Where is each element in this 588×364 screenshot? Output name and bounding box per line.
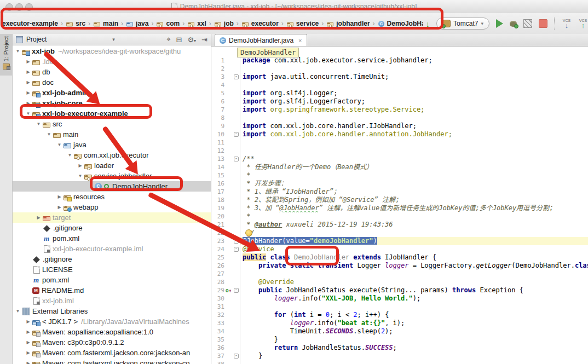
run-configuration-select[interactable]: Tomcat7 ▾ xyxy=(436,18,489,30)
tree-item-README.md[interactable]: MREADME.md xyxy=(13,285,211,296)
fold-marker-icon[interactable]: - xyxy=(234,157,239,161)
code-line-10: 10-import com.xxl.job.core.handler.annot… xyxy=(211,130,588,138)
code-line-3: 3-import java.util.concurrent.TimeUnit; xyxy=(211,73,588,81)
line-number: 10 xyxy=(211,130,224,138)
tree-item-xxl-job.iml[interactable]: xxl-job.iml xyxy=(13,296,211,306)
tree-item-.idea[interactable]: ▶.idea xyxy=(13,56,211,67)
chevron-down-icon[interactable]: ▾ xyxy=(112,37,115,42)
tree-item-path: ~/workspaces/idea-git-workspace/githu xyxy=(58,47,181,55)
collapsed-arrow-icon[interactable]: ▶ xyxy=(25,340,31,345)
tree-item-Maven-aopalliance-aopalliance-1.0[interactable]: ▶Maven: aopalliance:aopalliance:1.0 xyxy=(13,327,211,337)
fold-marker-icon[interactable]: - xyxy=(234,247,239,252)
expanded-arrow-icon[interactable]: ▼ xyxy=(67,153,73,158)
code-line-30: 30 logger.info("XXL-JOB, Hello World."); xyxy=(211,294,588,303)
locate-icon[interactable]: ⌖ xyxy=(166,35,170,44)
collapsed-arrow-icon[interactable]: ▶ xyxy=(77,163,83,168)
tree-item-xxl-job-admin[interactable]: ▶xxl-job-admin xyxy=(13,88,211,98)
folder-icon xyxy=(43,123,50,128)
collapsed-arrow-icon[interactable]: ▶ xyxy=(56,194,62,199)
tree-item-label: pom.xml xyxy=(42,276,69,284)
tree-item-LICENSE[interactable]: LICENSE xyxy=(13,264,211,275)
fold-marker-icon[interactable]: - xyxy=(234,354,239,359)
tree-item-label: Maven: com.fasterxml.jackson.core:jackso… xyxy=(42,349,190,357)
tree-item-Maven-c3p0-c3p0-0.9.1.2[interactable]: ▶Maven: c3p0:c3p0:0.9.1.2 xyxy=(13,337,211,348)
tree-item-label: db xyxy=(42,68,50,76)
debug-button[interactable] xyxy=(510,21,517,27)
vcs-update-button[interactable]: VCS ↓ xyxy=(562,19,572,29)
code-text: * 2、装配到Spring，例如加 “@Service” 注解； xyxy=(240,196,588,204)
override-method-icon[interactable]: o↑ xyxy=(226,287,232,293)
tree-item-src[interactable]: ▼src xyxy=(13,119,211,129)
code-area[interactable]: 1package com.xxl.job.executor.service.jo… xyxy=(211,56,588,364)
code-text: * 1、继承 “IJobHandler”； xyxy=(240,188,588,196)
package-icon xyxy=(84,164,92,169)
expanded-arrow-icon[interactable]: ▼ xyxy=(46,132,52,137)
gear-icon[interactable]: ⚙▾ xyxy=(187,36,196,44)
tree-item-label: .gitignore xyxy=(53,224,82,232)
collapsed-arrow-icon[interactable]: ▶ xyxy=(25,59,31,64)
tree-item-label: .gitignore xyxy=(43,255,72,263)
tree-item-pom.xml[interactable]: mpom.xml xyxy=(13,275,211,285)
collapsed-arrow-icon[interactable]: ▶ xyxy=(36,215,42,220)
line-number: 38 xyxy=(211,360,224,364)
collapsed-arrow-icon[interactable]: ▶ xyxy=(25,90,31,95)
collapsed-arrow-icon[interactable]: ▶ xyxy=(25,70,31,74)
editor-tab[interactable]: C DemoJobHandler.java × xyxy=(215,34,307,46)
close-icon[interactable]: × xyxy=(298,37,302,44)
fold-marker-icon[interactable]: - xyxy=(234,288,239,293)
code-line-17: 17 * 1、继承 “IJobHandler”； xyxy=(211,188,588,196)
tree-item-db[interactable]: ▶db xyxy=(13,67,211,77)
tree-item-Maven-com.fasterxml.jackson.core-jackson-an[interactable]: ▶Maven: com.fasterxml.jackson.core:jacks… xyxy=(13,348,211,358)
expanded-arrow-icon[interactable]: ▼ xyxy=(15,49,21,54)
tree-item-target[interactable]: ▶target xyxy=(13,212,211,223)
tree-item-External-Libraries[interactable]: ▼External Libraries xyxy=(13,306,211,316)
code-text: */ xyxy=(240,229,588,237)
collapsed-arrow-icon[interactable]: ▶ xyxy=(25,80,31,85)
code-line-31: 31 xyxy=(211,303,588,311)
project-tool-window-tab[interactable]: 1: Project xyxy=(0,34,12,76)
iml-icon xyxy=(44,245,50,253)
editor-tab-bar: C DemoJobHandler.java × xyxy=(211,34,588,47)
tree-item-pom.xml[interactable]: mpom.xml xyxy=(13,233,211,244)
folder-blue-icon xyxy=(64,143,71,148)
collapsed-arrow-icon[interactable]: ▶ xyxy=(25,361,31,364)
collapsed-arrow-icon[interactable]: ▶ xyxy=(56,205,62,210)
fold-marker-icon[interactable]: - xyxy=(234,74,239,79)
line-number: 12 xyxy=(211,147,224,155)
collapsed-arrow-icon[interactable]: ▶ xyxy=(25,350,31,355)
tree-item-.gitignore[interactable]: .gitignore xyxy=(13,254,211,264)
tree-item-com.xxl.job.executor[interactable]: ▼com.xxl.job.executor xyxy=(13,150,211,160)
line-number: 18 xyxy=(211,196,224,204)
collapsed-arrow-icon[interactable]: ▶ xyxy=(25,319,31,324)
code-line-12: 12 xyxy=(211,147,588,155)
collapsed-arrow-icon[interactable]: ▶ xyxy=(25,330,31,334)
tree-item-label: java xyxy=(73,141,87,149)
coverage-button[interactable] xyxy=(523,19,532,28)
project-panel-title: Project xyxy=(26,36,47,43)
code-text: logger.info("beat at:{}", i); xyxy=(240,319,588,327)
code-line-8: 8 xyxy=(211,114,588,122)
tree-item-resources[interactable]: ▶resources xyxy=(13,192,211,202)
expanded-arrow-icon[interactable]: ▼ xyxy=(77,174,83,178)
fold-marker-icon[interactable]: - xyxy=(234,132,239,137)
code-text xyxy=(240,270,588,278)
expanded-arrow-icon[interactable]: ▼ xyxy=(15,309,21,314)
collapse-all-icon[interactable]: ⊟ xyxy=(176,36,182,44)
tree-item-.gitignore[interactable]: .gitignore xyxy=(13,223,211,233)
run-button[interactable] xyxy=(496,19,503,28)
tree-item-doc[interactable]: ▶doc xyxy=(13,77,211,88)
code-text xyxy=(240,114,588,122)
expanded-arrow-icon[interactable]: ▼ xyxy=(56,142,62,147)
intention-bulb-icon[interactable] xyxy=(245,229,252,236)
tree-item-loader[interactable]: ▶loader xyxy=(13,160,211,171)
vcs-commit-button[interactable]: VCS ↑ xyxy=(578,19,588,29)
tree-item-xxl-job[interactable]: ▼xxl-job~/workspaces/idea-git-workspace/… xyxy=(13,46,211,56)
expanded-arrow-icon[interactable]: ▼ xyxy=(36,122,42,126)
hide-panel-icon[interactable]: ⇥ xyxy=(201,36,207,44)
tree-item--JDK1.7-[interactable]: ▶< JDK1.7 >/Library/Java/JavaVirtualMach… xyxy=(13,316,211,327)
tree-item-xxl-job-executor-example.iml[interactable]: xxl-job-executor-example.iml xyxy=(13,244,211,254)
annotation-box-demojobhandler-tree xyxy=(90,176,183,191)
annotation-box-breadcrumbs xyxy=(1,8,443,30)
tree-item-Maven-com.fasterxml.jackson.core-jackson-co[interactable]: ▶Maven: com.fasterxml.jackson.core:jacks… xyxy=(13,358,211,364)
stop-button[interactable] xyxy=(539,19,547,28)
